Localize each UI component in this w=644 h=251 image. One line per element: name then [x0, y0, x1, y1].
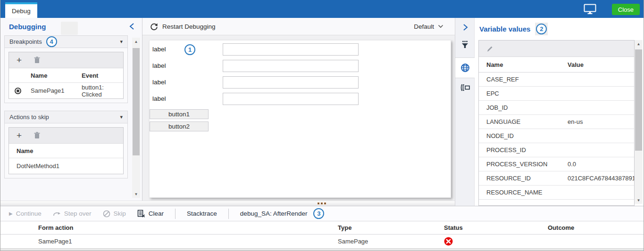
preset-dropdown-label: Default	[414, 23, 434, 30]
scroll-down-icon[interactable]: ▼	[132, 190, 140, 198]
variable-row[interactable]: JOB_ID	[479, 101, 634, 115]
variables-toolbar	[479, 40, 634, 57]
actions-to-skip-header[interactable]: Actions to skip ▾	[5, 111, 127, 123]
form-actions-table: Form action Type Status Outcome SamePage…	[0, 221, 644, 248]
actions-to-skip-body: + Name	[5, 123, 127, 178]
add-breakpoint-button[interactable]: +	[17, 56, 22, 65]
continue-label: Continue	[16, 210, 42, 217]
add-skip-action-button[interactable]: +	[17, 131, 22, 140]
tab-debug[interactable]: Debug	[5, 2, 37, 18]
form-button1[interactable]: button1	[150, 109, 209, 119]
filter-icon[interactable]	[455, 40, 475, 49]
variable-row[interactable]: CASE_REF	[479, 73, 634, 87]
variable-values-title: Variable values	[479, 25, 530, 33]
variable-values-panel: Variable values 2 Name Value	[475, 18, 644, 206]
form-input[interactable]	[223, 60, 359, 72]
variable-row[interactable]: RESOURCE_ID 021C8FCA678443878912C...	[479, 171, 634, 186]
form-action-row[interactable]: SamePage1 SamePage	[0, 235, 644, 248]
refresh-icon	[150, 23, 158, 31]
variable-row[interactable]: NODE_ID	[479, 129, 634, 143]
variable-row[interactable]: EPC	[479, 87, 634, 101]
stacktrace-button[interactable]: Stacktrace	[187, 210, 217, 217]
variable-row[interactable]: RESOURCE_NAME	[479, 186, 634, 200]
skip-action-row[interactable]: DotNetMethod1	[9, 158, 123, 174]
form-canvas-area: 1 label label label label	[142, 35, 455, 206]
variable-value: 0.0	[568, 161, 634, 168]
delete-breakpoint-icon[interactable]	[34, 57, 40, 64]
scrollbar-thumb[interactable]	[133, 48, 140, 155]
splitter-handle-icon[interactable]	[318, 202, 326, 204]
variable-value: 021C8FCA678443878912C...	[568, 175, 634, 182]
variable-row[interactable]: PROCESS_ID	[479, 143, 634, 157]
bottom-strip	[0, 248, 644, 251]
breakpoint-row[interactable]: SamePage1 button1: Clicked	[9, 82, 123, 98]
scroll-down-icon[interactable]: ▼	[635, 196, 643, 204]
monitor-icon[interactable]	[584, 4, 596, 15]
form-input[interactable]	[223, 76, 359, 89]
callout-2-chip: 2	[535, 23, 548, 35]
variable-value: en-us	[568, 118, 634, 125]
breakpoints-section-header[interactable]: Breakpoints 4 ▾	[5, 36, 127, 48]
variable-name: LANGUAGE	[486, 118, 568, 125]
debugging-panel: Debugging Breakpoints 4 ▾ +	[0, 18, 142, 206]
scroll-up-icon[interactable]: ▲	[132, 38, 140, 45]
globe-icon[interactable]	[455, 57, 475, 78]
clear-label: Clear	[149, 210, 164, 217]
skip-icon	[103, 210, 110, 218]
col-status: Status	[444, 224, 548, 231]
close-button-label: Close	[618, 6, 634, 13]
breakpoint-radio[interactable]	[15, 88, 21, 94]
form-row: label	[150, 76, 451, 89]
variable-name: RESOURCE_ID	[486, 175, 568, 182]
scrollbar-thumb[interactable]	[635, 49, 642, 151]
form-button2[interactable]: button2	[150, 121, 209, 131]
close-button[interactable]: Close	[612, 4, 640, 15]
form-input[interactable]	[223, 43, 359, 56]
variable-name: PROCESS_ID	[486, 146, 568, 154]
breakpoints-section-body: +	[5, 48, 127, 103]
brackets-icon[interactable]	[455, 84, 475, 91]
actions-to-skip-section: Actions to skip ▾ +	[4, 111, 128, 178]
expand-panel-icon[interactable]	[455, 24, 475, 31]
collapse-panel-icon[interactable]	[129, 23, 134, 30]
variables-scrollbar[interactable]: ▲ ▼	[635, 40, 643, 204]
toolbar-separator	[175, 209, 176, 219]
restart-debugging-button[interactable]: Restart Debugging	[150, 23, 216, 31]
step-over-button[interactable]: Step over	[53, 210, 92, 217]
top-bar: Debug Close	[0, 0, 644, 18]
edit-variable-icon[interactable]	[486, 45, 493, 52]
form-input[interactable]	[223, 93, 359, 105]
callout-4: 4	[46, 36, 57, 47]
scroll-up-icon[interactable]: ▲	[635, 40, 643, 48]
delete-skip-action-icon[interactable]	[34, 132, 40, 139]
variable-name: CASE_REF	[486, 76, 568, 83]
continue-button[interactable]: ▶ Continue	[9, 210, 42, 217]
horizontal-splitter[interactable]	[0, 201, 455, 206]
clear-icon	[137, 210, 145, 218]
variable-name: EPC	[486, 90, 568, 97]
breakpoints-title: Breakpoints	[9, 38, 42, 45]
chevron-down-icon[interactable]: ▾	[120, 114, 123, 120]
skip-button[interactable]: Skip	[103, 210, 126, 218]
col-form-action: Form action	[38, 224, 338, 231]
col-outcome: Outcome	[548, 224, 644, 231]
view-icon-strip	[455, 18, 475, 206]
preset-dropdown[interactable]: Default	[414, 23, 447, 30]
variable-row[interactable]: LANGUAGE en-us	[479, 115, 634, 129]
variable-row[interactable]: PROCESS_VERSION 0.0	[479, 157, 634, 171]
form-action-type: SamePage	[338, 238, 444, 245]
clear-button[interactable]: Clear	[137, 210, 164, 218]
step-over-icon	[53, 211, 61, 217]
debug-context-label: debug_SA: AfterRender	[240, 210, 308, 217]
breakpoints-col-name: Name	[31, 72, 82, 79]
variables-header-row: Name Value	[479, 57, 634, 73]
left-panel-scrollbar[interactable]: ▲ ▼	[132, 38, 140, 198]
form-row: label	[150, 93, 451, 105]
form-row: label	[150, 60, 451, 72]
variables-col-value: Value	[568, 61, 634, 68]
main-area: Debugging Breakpoints 4 ▾ +	[0, 18, 644, 206]
actions-to-skip-header-row: Name	[9, 144, 123, 158]
variable-name: NODE_ID	[486, 132, 568, 139]
chevron-down-icon[interactable]: ▾	[120, 39, 123, 45]
debug-window: Debug Close Debugging	[0, 0, 644, 251]
